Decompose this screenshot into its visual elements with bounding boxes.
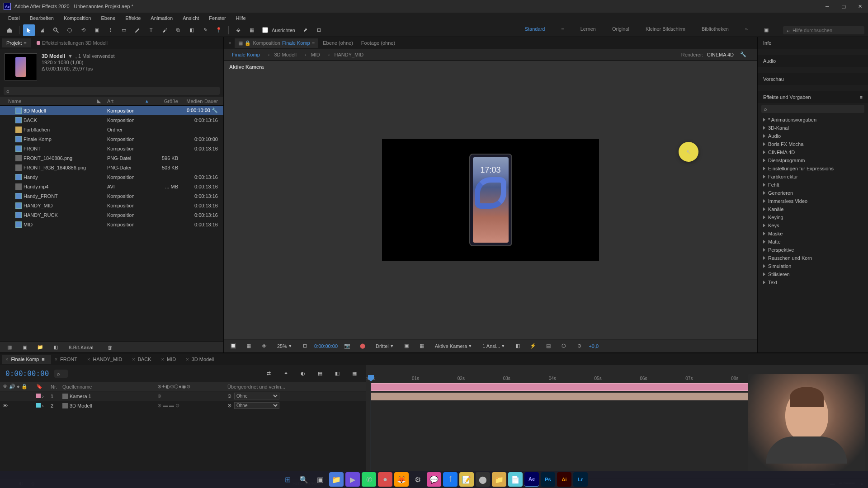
zoom-dropdown[interactable]: 25% ▾ xyxy=(274,342,295,350)
breadcrumb-item[interactable]: ‹3D Modell xyxy=(268,52,297,57)
timeline-layer[interactable]: 👁 › 2 3D Modell ⊛ ▬ ▬ ⊚ ⊙Ohne xyxy=(0,401,366,410)
project-item[interactable]: Finale Komp Komposition 0:00:10:00 xyxy=(0,134,223,144)
effect-category[interactable]: Rauschen und Korn xyxy=(758,254,868,262)
menu-komposition[interactable]: Komposition xyxy=(59,14,96,22)
effect-category[interactable]: Perspektive xyxy=(758,246,868,254)
menu-effekte[interactable]: Effekte xyxy=(121,14,145,22)
project-item[interactable]: MID Komposition 0:00:13:16 xyxy=(0,220,223,229)
effect-category[interactable]: Matte xyxy=(758,238,868,246)
project-item[interactable]: HANDY_MID Komposition 0:00:13:16 xyxy=(0,201,223,210)
mesh-tool[interactable]: ▦ xyxy=(246,24,258,36)
explorer-icon[interactable]: 📁 xyxy=(329,472,344,487)
timeline-tab[interactable]: ×HANDY_MID xyxy=(84,355,128,364)
project-item[interactable]: FRONT_RGB_1840886.png PNG-Datei 503 KB xyxy=(0,163,223,172)
zoom-tool[interactable] xyxy=(50,24,62,36)
panel-menu-icon[interactable]: ≡ xyxy=(860,94,863,100)
roi-icon[interactable]: ▣ xyxy=(401,340,412,352)
workspace-original[interactable]: Original xyxy=(609,24,633,36)
firefox-icon[interactable]: 🦊 xyxy=(394,472,409,487)
project-item[interactable]: Farbflächen Ordner xyxy=(0,125,223,134)
workspace-standard[interactable]: Standard xyxy=(521,24,549,36)
brush-tool[interactable]: 🖌 xyxy=(159,24,170,36)
effect-category[interactable]: Immersives Video xyxy=(758,197,868,205)
align-checkbox[interactable] xyxy=(262,27,268,33)
facebook-icon[interactable]: f xyxy=(443,472,458,487)
tl-draft-icon[interactable]: ▦ xyxy=(349,368,360,380)
effect-category[interactable]: Keys xyxy=(758,221,868,230)
tl-mb-icon[interactable]: ◐ xyxy=(297,368,309,380)
workspace-bibliotheken[interactable]: Bibliotheken xyxy=(698,24,732,36)
effect-category[interactable]: Generieren xyxy=(758,189,868,197)
tab-layer[interactable]: Ebene (ohne) xyxy=(319,38,357,47)
tl-graph-icon[interactable]: ▤ xyxy=(314,368,326,380)
effect-category[interactable]: Einstellungen für Expressions xyxy=(758,164,868,173)
tl-fx-icon[interactable]: ✦ xyxy=(280,368,292,380)
effect-category[interactable]: Kanäle xyxy=(758,205,868,213)
tl-collapse-icon[interactable]: ◧ xyxy=(331,368,343,380)
timeline-icon[interactable]: ▤ xyxy=(542,340,554,352)
whatsapp-icon[interactable]: ✆ xyxy=(362,472,376,487)
new-comp-icon[interactable]: ▣ xyxy=(19,342,31,353)
trash-icon[interactable]: 🗑 xyxy=(104,342,116,353)
app-icon-4[interactable]: 📝 xyxy=(459,472,474,487)
fast-preview-icon[interactable]: ⚡ xyxy=(527,340,539,352)
res-icon[interactable]: ⊡ xyxy=(299,340,311,352)
effect-category[interactable]: Simulation xyxy=(758,262,868,270)
menu-hilfe[interactable]: Hilfe xyxy=(231,14,250,22)
orbit-tool[interactable] xyxy=(64,24,75,36)
snapping-option[interactable]: ⬈ xyxy=(300,24,311,36)
effect-category[interactable]: * Animationsvorgaben xyxy=(758,116,868,124)
puppet-tool[interactable]: 📍 xyxy=(213,24,225,36)
project-item[interactable]: Handy_FRONT Komposition 0:00:13:16 xyxy=(0,191,223,201)
effect-category[interactable]: 3D-Kanal xyxy=(758,124,868,132)
lightroom-taskbar[interactable]: Lr xyxy=(573,472,588,487)
workspace-more-icon[interactable]: ≡ xyxy=(557,24,567,36)
effect-category[interactable]: Boris FX Mocha xyxy=(758,140,868,148)
timeline-layer[interactable]: › 1 Kamera 1 ⊛ ⊙Ohne xyxy=(0,391,366,401)
project-item[interactable]: FRONT Komposition 0:00:13:16 xyxy=(0,144,223,153)
parent-dropdown[interactable]: Ohne xyxy=(234,402,279,409)
tab-effect-controls[interactable]: Effekteinstellungen 3D Modell xyxy=(32,38,112,47)
timeline-tab[interactable]: ×FRONT xyxy=(51,355,84,364)
help-search-input[interactable] xyxy=(793,28,861,33)
channel-icon[interactable]: ⬤ xyxy=(357,340,368,352)
effect-category[interactable]: Audio xyxy=(758,132,868,140)
viewport-timecode[interactable]: 0:00:00:00 xyxy=(314,343,338,349)
viewport[interactable]: Aktive Kamera 17:03 ↖ xyxy=(224,61,757,339)
project-item[interactable]: HANDY_RÜCK Komposition 0:00:13:16 xyxy=(0,210,223,220)
illustrator-taskbar[interactable]: Ai xyxy=(557,472,571,487)
folder-taskbar[interactable]: 📁 xyxy=(492,472,506,487)
pixel-aspect-icon[interactable]: ◧ xyxy=(512,340,524,352)
effect-category[interactable]: Text xyxy=(758,278,868,286)
menu-fenster[interactable]: Fenster xyxy=(204,14,230,22)
eraser-tool[interactable]: ◧ xyxy=(186,24,198,36)
tab-projekt[interactable]: Projekt ≡ xyxy=(2,38,31,47)
renderer-value[interactable]: CINEMA 4D xyxy=(707,52,734,57)
selection-tool[interactable] xyxy=(23,24,35,36)
snapshot-icon[interactable]: 📷 xyxy=(341,340,353,352)
interpret-footage-icon[interactable]: ▥ xyxy=(4,342,15,353)
maximize-button[interactable]: ▢ xyxy=(839,2,848,11)
mask-icon[interactable]: 👁 xyxy=(258,340,270,352)
panel-menu-icon[interactable]: ≡ xyxy=(312,40,315,46)
close-comp-tab[interactable]: × xyxy=(226,40,234,46)
project-item[interactable]: Handy Komposition 0:00:13:16 xyxy=(0,172,223,182)
project-item[interactable]: 3D Modell Komposition 0:00:10:00 🔧 xyxy=(0,106,223,115)
project-item[interactable]: BACK Komposition 0:00:13:16 xyxy=(0,115,223,125)
messenger-icon[interactable]: 💬 xyxy=(427,472,441,487)
workspace-overflow[interactable]: » xyxy=(741,24,751,36)
help-search[interactable]: ⌕ xyxy=(783,26,864,34)
menu-animation[interactable]: Animation xyxy=(146,14,177,22)
close-button[interactable]: ✕ xyxy=(855,2,864,11)
panel-effects-presets[interactable]: Effekte und Vorgaben≡ xyxy=(758,91,868,103)
timeline-tab[interactable]: ×3D Modell xyxy=(182,355,220,364)
snap-tool[interactable]: ⬙ xyxy=(232,24,244,36)
camera-tool[interactable]: ▣ xyxy=(91,24,103,36)
effect-category[interactable]: CINEMA 4D xyxy=(758,148,868,156)
menu-datei[interactable]: Datei xyxy=(4,14,24,22)
views-dropdown[interactable]: 1 Ansi... ▾ xyxy=(479,342,508,350)
workspace-kleiner[interactable]: Kleiner Bildschirm xyxy=(642,24,689,36)
effect-category[interactable]: Maske xyxy=(758,230,868,238)
workspace-lernen[interactable]: Lernen xyxy=(577,24,599,36)
effect-category[interactable]: Farbkorrektur xyxy=(758,173,868,181)
